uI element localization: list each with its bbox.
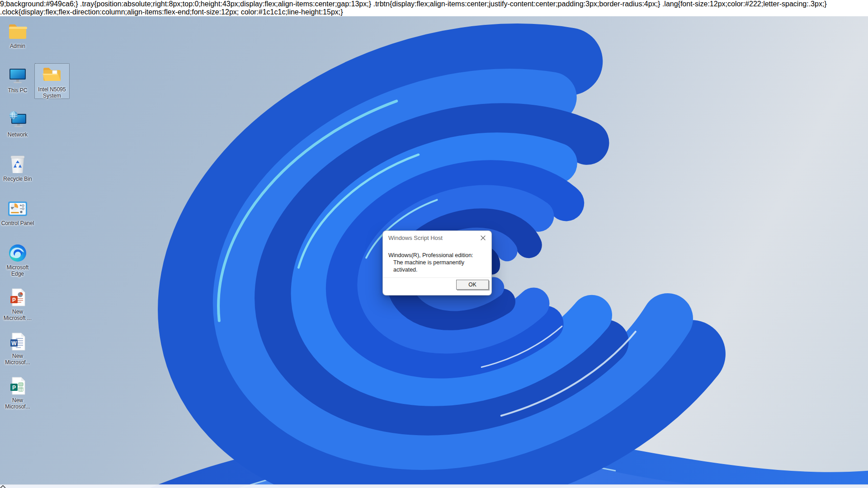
svg-text:P: P bbox=[12, 385, 16, 391]
weather-widget[interactable]: 35°C 局部晴朗 bbox=[5, 486, 47, 488]
icon-label: Admin bbox=[10, 43, 25, 49]
close-icon[interactable] bbox=[477, 233, 489, 243]
powerpoint-file-icon: P bbox=[7, 287, 28, 307]
desktop-icon-control-panel[interactable]: Control Panel bbox=[0, 197, 35, 226]
desktop-icon-network[interactable]: Network bbox=[0, 108, 35, 138]
dialog-message-line1: Windows(R), Professional edition: bbox=[388, 252, 486, 259]
icon-label: Network bbox=[8, 131, 28, 138]
dialog-message: Windows(R), Professional edition: The ma… bbox=[383, 244, 491, 273]
taskbar-center bbox=[306, 485, 574, 488]
desktop: Admin This PC Intel N5095 System Network… bbox=[0, 16, 868, 488]
svg-text:P: P bbox=[12, 297, 16, 303]
open-folder-icon bbox=[42, 65, 62, 85]
icon-label: New Microsof... bbox=[5, 353, 30, 366]
dialog-title: Windows Script Host bbox=[388, 235, 443, 241]
icon-label: Recycle Bin bbox=[3, 176, 32, 182]
desktop-icon-recycle-bin[interactable]: Recycle Bin bbox=[0, 153, 35, 182]
icon-label: New Microsoft ... bbox=[4, 309, 32, 321]
desktop-icon-admin[interactable]: Admin bbox=[0, 20, 35, 49]
dialog-footer-divider bbox=[383, 277, 491, 278]
desktop-icon-microsoft-edge[interactable]: Microsoft Edge bbox=[0, 241, 35, 277]
word-file-icon: W bbox=[7, 332, 28, 352]
desktop-icon-new-publisher[interactable]: P New Microsof... bbox=[0, 374, 35, 410]
dialog-titlebar[interactable]: Windows Script Host bbox=[383, 231, 491, 244]
icon-label: New Microsof... bbox=[5, 397, 30, 410]
icon-label: Microsoft Edge bbox=[7, 264, 29, 277]
icon-label: Control Panel bbox=[1, 220, 34, 226]
edge-icon bbox=[7, 243, 28, 263]
desktop-icon-intel-n5095-system[interactable]: Intel N5095 System bbox=[34, 63, 70, 99]
windows-script-host-dialog: Windows Script Host Windows(R), Professi… bbox=[382, 230, 492, 296]
network-icon bbox=[7, 110, 28, 130]
ok-button[interactable]: OK bbox=[456, 280, 489, 290]
recycle-bin-icon bbox=[7, 155, 28, 174]
control-panel-icon bbox=[7, 199, 28, 219]
desktop-icon-this-pc[interactable]: This PC bbox=[0, 64, 35, 94]
desktop-icon-new-powerpoint[interactable]: P New Microsoft ... bbox=[0, 286, 35, 321]
dialog-message-line2: The machine is permanently activated. bbox=[388, 259, 486, 273]
icon-label: Intel N5095 System bbox=[38, 86, 66, 99]
taskbar: 35°C 局部晴朗 bbox=[0, 484, 868, 488]
computer-icon bbox=[7, 66, 28, 86]
svg-text:W: W bbox=[11, 340, 17, 347]
folder-icon bbox=[7, 22, 28, 42]
desktop-icon-new-word[interactable]: W New Microsof... bbox=[0, 330, 35, 366]
publisher-file-icon: P bbox=[7, 376, 28, 396]
icon-label: This PC bbox=[8, 87, 28, 94]
